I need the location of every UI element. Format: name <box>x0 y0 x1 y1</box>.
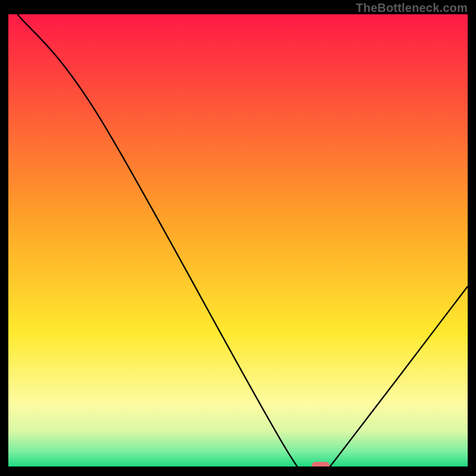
plot-background <box>8 14 468 468</box>
chart-frame: TheBottleneck.com <box>0 0 476 476</box>
watermark-text: TheBottleneck.com <box>356 1 468 15</box>
bottleneck-chart <box>8 14 468 468</box>
